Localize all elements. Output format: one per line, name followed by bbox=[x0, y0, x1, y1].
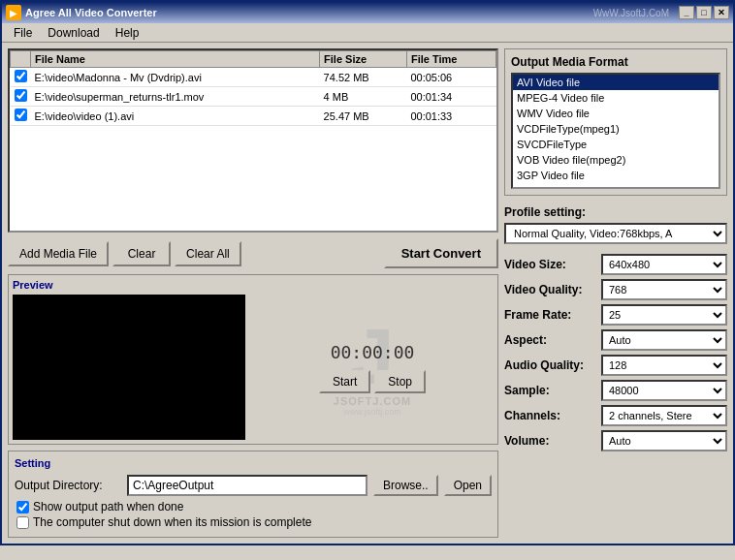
window-controls: _ □ ✕ bbox=[679, 6, 729, 19]
format-item[interactable]: MPEG-4 Video file bbox=[513, 90, 719, 106]
checkbox-show-output: Show output path when done bbox=[16, 500, 492, 513]
settings-select-0[interactable]: 640x480 bbox=[601, 254, 727, 275]
maximize-button[interactable]: □ bbox=[696, 6, 712, 19]
menu-file[interactable]: File bbox=[6, 24, 40, 42]
output-format-title: Output Media Format bbox=[511, 55, 720, 69]
settings-select-1[interactable]: 768 bbox=[601, 279, 727, 300]
show-output-label: Show output path when done bbox=[33, 500, 183, 513]
row-checkbox-cell bbox=[11, 68, 31, 87]
action-buttons: Add Media File Clear Clear All Start Con… bbox=[8, 238, 498, 268]
settings-label-7: Volume: bbox=[504, 434, 591, 448]
row-filename: E:\video\superman_returns-tlr1.mov bbox=[31, 87, 320, 107]
setting-section: Setting Output Directory: Browse.. Open … bbox=[8, 451, 498, 538]
table-row: E:\video\video (1).avi 25.47 MB 00:01:33 bbox=[11, 107, 496, 126]
output-dir-row: Output Directory: Browse.. Open bbox=[15, 475, 492, 496]
app-title: Agree All Video Converter bbox=[25, 7, 593, 18]
row-filesize: 25.47 MB bbox=[320, 107, 407, 126]
col-checkbox bbox=[11, 51, 31, 68]
format-item[interactable]: AVI Video file bbox=[513, 75, 719, 90]
settings-select-5[interactable]: 48000 bbox=[601, 380, 727, 401]
row-filesize: 4 MB bbox=[320, 87, 407, 107]
profile-select[interactable]: Normal Quality, Video:768kbps, A bbox=[504, 223, 727, 244]
right-panel: Output Media Format AVI Video fileMPEG-4… bbox=[504, 48, 727, 538]
settings-row: Frame Rate: 25 bbox=[504, 304, 727, 326]
settings-row: Aspect: Auto bbox=[504, 329, 727, 351]
settings-label-1: Video Quality: bbox=[504, 283, 591, 296]
row-checkbox-cell bbox=[11, 107, 31, 126]
setting-label: Setting bbox=[15, 457, 492, 469]
browse-button[interactable]: Browse.. bbox=[373, 475, 438, 496]
close-button[interactable]: ✕ bbox=[714, 6, 729, 19]
settings-select-4[interactable]: 128 bbox=[601, 355, 727, 376]
menu-help[interactable]: Help bbox=[108, 24, 147, 42]
preview-section: Preview J JSOFTJ.COM www.jsoftj.com 00:0… bbox=[8, 274, 498, 445]
settings-row: Sample: 48000 bbox=[504, 380, 727, 401]
format-item[interactable]: SVCDFileType bbox=[513, 137, 719, 152]
row-filetime: 00:01:33 bbox=[406, 107, 495, 126]
preview-right: J JSOFTJ.COM www.jsoftj.com 00:00:00 Sta… bbox=[251, 295, 494, 440]
settings-select-7[interactable]: Auto bbox=[601, 430, 727, 451]
settings-label-3: Aspect: bbox=[504, 333, 591, 347]
title-watermark: WwW.JsoftJ.CoM bbox=[593, 8, 669, 18]
output-dir-input[interactable] bbox=[127, 475, 368, 496]
title-bar: ▶ Agree All Video Converter WwW.JsoftJ.C… bbox=[2, 2, 733, 23]
start-preview-button[interactable]: Start bbox=[319, 370, 370, 393]
settings-row: Audio Quality: 128 bbox=[504, 355, 727, 376]
col-filesize: File Size bbox=[320, 51, 407, 68]
shutdown-checkbox[interactable] bbox=[16, 516, 29, 529]
stop-preview-button[interactable]: Stop bbox=[374, 370, 426, 393]
open-button[interactable]: Open bbox=[444, 475, 492, 496]
output-dir-label: Output Directory: bbox=[15, 479, 121, 492]
row-filename: E:\video\Madonna - Mv (Dvdrip).avi bbox=[31, 68, 320, 87]
format-item[interactable]: 3GP Video file bbox=[513, 168, 719, 183]
show-output-checkbox[interactable] bbox=[16, 501, 29, 513]
profile-label: Profile setting: bbox=[504, 205, 727, 219]
shutdown-label: The computer shut down when its mission … bbox=[33, 515, 311, 529]
settings-row: Volume: Auto bbox=[504, 430, 727, 451]
add-media-button[interactable]: Add Media File bbox=[8, 241, 109, 266]
output-format-section: Output Media Format AVI Video fileMPEG-4… bbox=[504, 48, 727, 196]
profile-section: Profile setting: Normal Quality, Video:7… bbox=[504, 205, 727, 244]
watermark-url: www.jsoftj.com bbox=[343, 407, 401, 417]
file-table: File Name File Size File Time E:\video\M… bbox=[10, 50, 496, 126]
settings-select-2[interactable]: 25 bbox=[601, 304, 727, 326]
row-filename: E:\video\video (1).avi bbox=[31, 107, 320, 126]
col-filetime: File Time bbox=[406, 51, 495, 68]
preview-buttons: Start Stop bbox=[319, 370, 426, 393]
settings-row: Video Quality: 768 bbox=[504, 279, 727, 300]
checkbox-shutdown: The computer shut down when its mission … bbox=[16, 515, 492, 529]
settings-grid: Video Size: 640x480 Video Quality: 768 F… bbox=[504, 254, 727, 451]
settings-label-4: Audio Quality: bbox=[504, 358, 591, 372]
left-panel: File Name File Size File Time E:\video\M… bbox=[8, 48, 498, 538]
menu-bar: File Download Help bbox=[2, 23, 733, 43]
format-item[interactable]: VOB Video file(mpeg2) bbox=[513, 152, 719, 168]
table-row: E:\video\Madonna - Mv (Dvdrip).avi 74.52… bbox=[11, 68, 496, 87]
row-filesize: 74.52 MB bbox=[320, 68, 407, 87]
settings-select-3[interactable]: Auto bbox=[601, 329, 727, 351]
settings-label-2: Frame Rate: bbox=[504, 308, 591, 322]
watermark-site-name: JSOFTJ.COM bbox=[334, 395, 411, 407]
row-filetime: 00:05:06 bbox=[406, 68, 495, 87]
app-icon: ▶ bbox=[6, 5, 21, 20]
row-checkbox-0[interactable] bbox=[15, 70, 27, 82]
menu-download[interactable]: Download bbox=[40, 24, 107, 42]
col-filename: File Name bbox=[31, 51, 320, 68]
preview-video bbox=[13, 295, 245, 440]
preview-watermark: J JSOFTJ.COM www.jsoftj.com bbox=[251, 295, 494, 440]
timer-display: 00:00:00 bbox=[331, 342, 415, 362]
start-convert-button[interactable]: Start Convert bbox=[384, 238, 498, 268]
content-area: File Name File Size File Time E:\video\M… bbox=[2, 43, 733, 544]
format-item[interactable]: WMV Video file bbox=[513, 106, 719, 121]
row-checkbox-1[interactable] bbox=[15, 89, 27, 102]
settings-row: Video Size: 640x480 bbox=[504, 254, 727, 275]
settings-select-6[interactable]: 2 channels, Stere bbox=[601, 405, 727, 426]
table-row: E:\video\superman_returns-tlr1.mov 4 MB … bbox=[11, 87, 496, 107]
settings-label-0: Video Size: bbox=[504, 258, 591, 271]
preview-label: Preview bbox=[13, 279, 494, 291]
clear-button[interactable]: Clear bbox=[112, 241, 171, 266]
format-item[interactable]: VCDFileType(mpeg1) bbox=[513, 121, 719, 137]
settings-label-6: Channels: bbox=[504, 409, 591, 422]
row-checkbox-2[interactable] bbox=[15, 109, 27, 121]
minimize-button[interactable]: _ bbox=[679, 6, 694, 19]
clear-all-button[interactable]: Clear All bbox=[175, 241, 241, 266]
